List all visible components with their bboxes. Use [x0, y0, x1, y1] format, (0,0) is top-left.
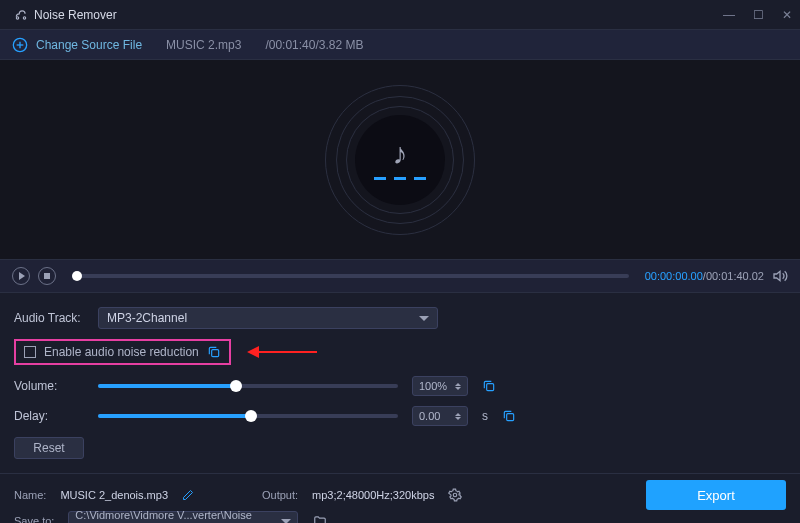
seek-slider[interactable]: [72, 274, 629, 278]
volume-slider[interactable]: [98, 384, 398, 388]
svg-rect-6: [211, 350, 218, 357]
minimize-button[interactable]: —: [723, 8, 735, 22]
output-format-value: mp3;2;48000Hz;320kbps: [312, 489, 434, 501]
volume-icon[interactable]: [772, 268, 788, 284]
output-name-value: MUSIC 2_denois.mp3: [60, 489, 168, 501]
saveto-label: Save to:: [14, 515, 54, 523]
svg-point-1: [23, 16, 25, 18]
export-button[interactable]: Export: [646, 480, 786, 510]
saveto-path-select[interactable]: C:\Vidmore\Vidmore V...verter\Noise Remo…: [68, 511, 298, 523]
delay-label: Delay:: [14, 409, 84, 423]
reset-button[interactable]: Reset: [14, 437, 84, 459]
app-logo-icon: [14, 8, 28, 22]
svg-point-9: [454, 493, 458, 497]
maximize-button[interactable]: ☐: [753, 8, 764, 22]
output-settings-icon[interactable]: [448, 488, 462, 502]
source-info: /00:01:40/3.82 MB: [265, 38, 363, 52]
svg-rect-7: [487, 384, 494, 391]
delay-value-stepper[interactable]: 0.00: [412, 406, 468, 426]
audio-track-label: Audio Track:: [14, 311, 84, 325]
noise-reduction-label: Enable audio noise reduction: [44, 345, 199, 359]
delay-reset-icon[interactable]: [502, 409, 516, 423]
preview-area: ♪: [0, 60, 800, 259]
volume-reset-icon[interactable]: [482, 379, 496, 393]
chevron-down-icon: [281, 519, 291, 524]
annotation-arrow-icon: [247, 346, 317, 358]
plus-circle-icon: [12, 37, 28, 53]
delay-unit: s: [482, 409, 488, 423]
svg-point-0: [16, 16, 18, 18]
time-display: 00:00:00.00/00:01:40.02: [645, 270, 764, 282]
stop-button[interactable]: [38, 267, 56, 285]
source-filename: MUSIC 2.mp3: [166, 38, 241, 52]
delay-slider[interactable]: [98, 414, 398, 418]
noise-info-icon[interactable]: [207, 345, 221, 359]
output-section: Name: MUSIC 2_denois.mp3 Output: mp3;2;4…: [0, 474, 800, 523]
play-button[interactable]: [12, 267, 30, 285]
name-label: Name:: [14, 489, 46, 501]
source-bar: Change Source File MUSIC 2.mp3 /00:01:40…: [0, 30, 800, 60]
volume-label: Volume:: [14, 379, 84, 393]
svg-marker-5: [774, 271, 780, 280]
edit-name-icon[interactable]: [182, 489, 194, 501]
audio-disc-art: ♪: [325, 85, 475, 235]
chevron-down-icon: [419, 316, 429, 321]
volume-value-stepper[interactable]: 100%: [412, 376, 468, 396]
noise-reduction-checkbox[interactable]: [24, 346, 36, 358]
output-label: Output:: [262, 489, 298, 501]
close-button[interactable]: ✕: [782, 8, 792, 22]
noise-reduction-row: Enable audio noise reduction: [14, 339, 231, 365]
svg-rect-8: [507, 414, 514, 421]
playback-bar: 00:00:00.00/00:01:40.02: [0, 259, 800, 293]
titlebar: Noise Remover — ☐ ✕: [0, 0, 800, 30]
settings-form: Audio Track: MP3-2Channel Enable audio n…: [0, 293, 800, 465]
change-source-button[interactable]: Change Source File: [12, 37, 142, 53]
app-title: Noise Remover: [14, 8, 117, 22]
audio-track-select[interactable]: MP3-2Channel: [98, 307, 438, 329]
open-folder-icon[interactable]: [312, 514, 328, 523]
